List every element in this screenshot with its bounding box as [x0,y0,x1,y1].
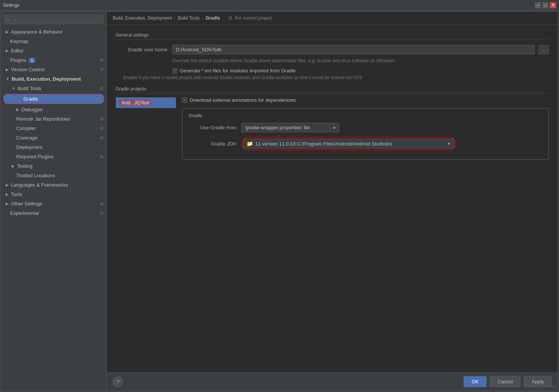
sidebar-item-label: Experimental [10,210,39,216]
sidebar-item-plugins[interactable]: Plugins 1 ⧉ [1,55,106,65]
settings-dialog: ⌕ ▶ Appearance & Behavior Keymap ▶ Edito… [1,11,558,391]
sidebar-item-deployment[interactable]: Deployment [1,142,106,152]
gradle-jdk-value: 11 version 11.0.10 C:/Program Files/Andr… [255,141,447,147]
sidebar-item-debugger[interactable]: ▶ Debugger [1,105,106,114]
expand-arrow-icon: ▶ [6,30,9,34]
download-checkbox-row[interactable]: ✓ Download external annotations for depe… [182,97,549,103]
iml-checkbox-label: Generate *.iml files for modules importe… [180,68,296,74]
plugins-badge: 1 [29,58,35,63]
expand-arrow-icon: ▶ [6,67,9,72]
expand-arrow-icon: ▼ [12,86,15,90]
maximize-button[interactable]: □ [542,2,548,8]
help-button[interactable]: ? [113,377,123,387]
gradle-jdk-highlight: 📁 11 version 11.0.10 C:/Program Files/An… [241,137,456,150]
copy-icon: ⧉ [100,86,103,91]
search-box[interactable]: ⌕ [1,12,106,27]
sidebar-item-editor[interactable]: ▶ Editor [1,46,106,55]
cancel-button[interactable]: Cancel [490,376,521,387]
sidebar-item-other-settings[interactable]: ▶ Other Settings ⧉ [1,199,106,208]
expand-arrow-icon: ▶ [6,49,9,53]
sidebar-item-build-exec[interactable]: ▼ Build, Execution, Deployment [1,74,106,84]
download-checkbox[interactable]: ✓ [182,98,187,103]
general-settings-title: General settings [116,32,549,40]
sidebar-item-label: Plugins [10,57,26,63]
use-gradle-row: Use Gradle from: 'gradle-wrapper.propert… [188,123,542,132]
sidebar-item-appearance[interactable]: ▶ Appearance & Behavior [1,27,106,37]
jdk-dropdown-arrow-icon: ▼ [447,142,451,146]
copy-icon: ⧉ [100,67,103,72]
sidebar-item-experimental[interactable]: Experimental ⧉ [1,208,106,218]
watermark: CSDN @小红妹 [527,383,556,389]
use-gradle-label: Use Gradle from: [188,125,237,130]
sidebar-item-label: Other Settings [11,201,42,207]
folder-icon: 📁 [247,141,253,147]
sidebar-item-build-tools[interactable]: ▼ Build Tools ⧉ [1,84,106,93]
projects-layout: And...JQTest ✓ Download external annotat… [116,97,549,160]
expand-arrow-icon: ▶ [6,192,9,196]
sidebar-item-compiler[interactable]: Compiler ⧉ [1,124,106,133]
breadcrumb-gradle[interactable]: Gradle [206,15,220,21]
expand-arrow-icon: ▶ [6,183,9,187]
iml-checkbox-hint: Enable if you have a mixed project with … [123,75,549,80]
sidebar-item-label: Editor [11,48,24,54]
sidebar-item-label: Version Control [11,67,44,72]
close-button[interactable]: ✕ [550,2,556,8]
sidebar-item-testing[interactable]: ▶ Testing [1,161,106,171]
iml-checkbox-row[interactable]: ✓ Generate *.iml files for modules impor… [172,68,549,74]
footer-left: ? [113,377,461,387]
browse-button[interactable]: ... [538,45,549,54]
sidebar-item-label: Gradle [23,96,38,102]
sidebar-item-version-control[interactable]: ▶ Version Control ⧉ [1,65,106,74]
sidebar-item-tools[interactable]: ▶ Tools [1,190,106,199]
copy-icon: ⧉ [100,154,103,159]
dialog-footer: ? OK Cancel Apply [107,372,558,391]
ok-button[interactable]: OK [464,376,487,387]
sidebar-item-trusted-locations[interactable]: Trusted Locations [1,171,106,180]
sidebar-item-gradle[interactable]: Gradle ⧉ [3,94,104,104]
search-input[interactable] [4,15,103,24]
use-gradle-select[interactable]: 'gradle-wrapper.properties' file Specifi… [241,123,339,132]
sidebar-item-label: Debugger [21,107,43,112]
expand-arrow-icon: ▼ [6,77,9,81]
copy-icon: ⧉ [100,126,103,131]
sidebar-item-label: Appearance & Behavior [11,29,63,35]
sidebar-item-keymap[interactable]: Keymap [1,37,106,46]
gradle-user-home-row: Gradle user home: ... [116,45,549,54]
gradle-user-home-label: Gradle user home: [116,47,168,52]
copy-icon: ⧉ [100,116,103,121]
sidebar-item-label: Tools [11,191,22,197]
expand-arrow-icon: ▶ [6,202,9,206]
expand-arrow-icon: ▶ [16,107,19,112]
use-gradle-select-wrapper: 'gradle-wrapper.properties' file Specifi… [241,123,339,132]
copy-icon: ⧉ [100,135,103,140]
project-name-blurred: And...JQTest [120,100,151,106]
gradle-jdk-label: Gradle JDK: [188,141,237,147]
sidebar-item-label: Languages & Frameworks [11,182,68,188]
project-list: And...JQTest [116,97,176,108]
iml-checkbox[interactable]: ✓ [172,68,178,74]
breadcrumb: Build, Execution, Deployment › Build Too… [107,12,558,25]
minimize-button[interactable]: ─ [535,2,541,8]
gradle-settings-box: Gradle Use Gradle from: 'gradle-wrapper.… [182,108,549,160]
gradle-jdk-row: Gradle JDK: 📁 11 version 11.0.10 C:/Prog… [188,137,542,150]
download-checkbox-label: Download external annotations for depend… [190,97,296,103]
gradle-user-home-input[interactable] [172,45,534,54]
window-controls: ─ □ ✕ [535,2,556,8]
project-list-item[interactable]: And...JQTest [116,98,176,108]
search-icon: ⌕ [6,17,9,22]
sidebar-item-required-plugins[interactable]: Required Plugins ⧉ [1,152,106,161]
breadcrumb-build-tools[interactable]: Build Tools [178,15,200,21]
content-area: ⌕ ▶ Appearance & Behavior Keymap ▶ Edito… [1,12,558,391]
sidebar-item-label: Testing [17,163,32,169]
copy-icon: ⧉ [100,211,103,216]
breadcrumb-build-exec[interactable]: Build, Execution, Deployment [113,15,172,21]
sidebar-item-label: Coverage [16,135,37,141]
sidebar-item-coverage[interactable]: Coverage ⧉ [1,133,106,142]
sidebar-item-languages[interactable]: ▶ Languages & Frameworks [1,180,106,190]
for-current-project: ⊡ For current project [228,15,272,21]
sidebar-item-label: Remote Jar Repositories [16,116,70,122]
sidebar-item-remote-jar[interactable]: Remote Jar Repositories ⧉ [1,114,106,124]
gradle-projects-section: Gradle projects And...JQTest [116,86,549,160]
sidebar-item-label: Compiler [16,126,36,131]
settings-content: General settings Gradle user home: ... O… [107,25,558,372]
